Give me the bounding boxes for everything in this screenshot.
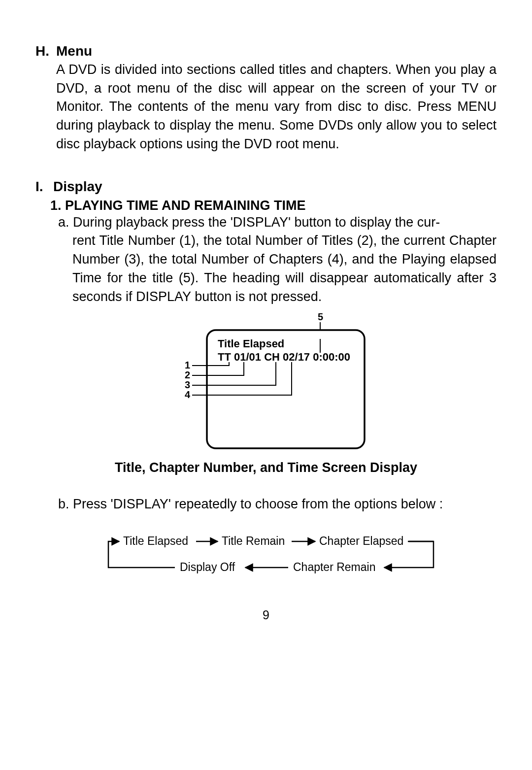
section-h-heading: H. Menu <box>35 42 497 61</box>
flow-title-elapsed: Title Elapsed <box>123 535 188 547</box>
display-cycle-diagram: Title Elapsed Title Remain Chapter Elaps… <box>35 529 497 588</box>
section-i-heading: I. Display <box>35 177 497 196</box>
section-i: I. Display 1. PLAYING TIME AND REMAINING… <box>35 177 497 589</box>
item-a: a. During playback press the 'DISPLAY' b… <box>58 213 497 306</box>
document-page: H. Menu A DVD is divided into sections c… <box>0 0 532 770</box>
callout-2: 2 <box>185 369 190 380</box>
item-a-firstline: a. During playback press the 'DISPLAY' b… <box>58 215 440 230</box>
section-i-sub1: 1. PLAYING TIME AND REMAINING TIME <box>50 198 497 213</box>
page-number: 9 <box>0 608 532 622</box>
item-a-rest: rent Title Number (1), the total Number … <box>72 232 497 306</box>
item-b: b. Press 'DISPLAY' repeatedly to choose … <box>58 495 497 514</box>
display-diagram: Title Elapsed TT 01/01 CH 02/17 0:00:00 … <box>35 310 497 453</box>
diagram-line2: TT 01/01 CH 02/17 0:00:00 <box>218 351 350 363</box>
section-i-letter: I. <box>35 177 45 196</box>
section-h-body: A DVD is divided into sections called ti… <box>56 61 497 154</box>
flow-title-remain: Title Remain <box>222 535 285 547</box>
callout-5: 5 <box>318 311 323 322</box>
diagram-caption: Title, Chapter Number, and Time Screen D… <box>35 460 497 475</box>
section-i-title: Display <box>53 177 102 196</box>
flow-chapter-remain: Chapter Remain <box>293 561 375 573</box>
callout-1: 1 <box>185 360 190 370</box>
callout-3: 3 <box>185 379 190 390</box>
section-h-title: Menu <box>56 42 92 61</box>
flow-chapter-elapsed: Chapter Elapsed <box>319 535 403 547</box>
diagram-header: Title Elapsed <box>218 337 284 350</box>
callout-4: 4 <box>185 389 191 400</box>
flow-display-off: Display Off <box>180 561 235 573</box>
section-h-letter: H. <box>35 42 48 61</box>
